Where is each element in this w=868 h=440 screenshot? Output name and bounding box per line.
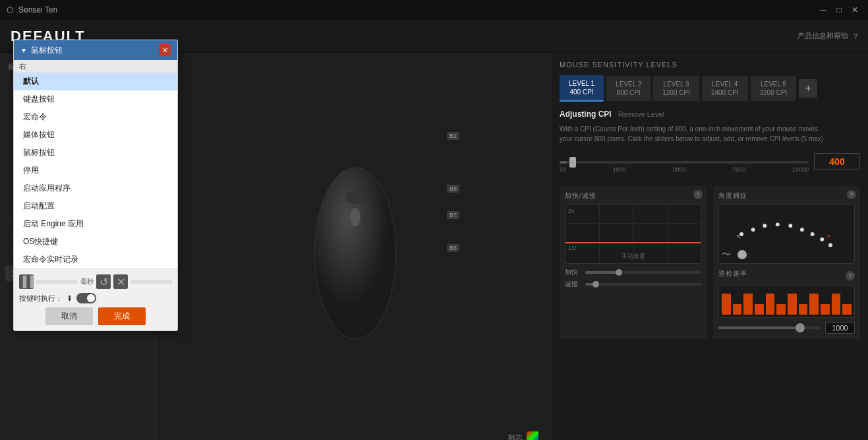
svg-point-11 [820, 237, 824, 241]
toggle-switch[interactable] [76, 293, 96, 303]
polling-track[interactable] [718, 327, 821, 329]
dropdown-item-media[interactable]: 媒体按钮 [14, 126, 177, 144]
done-button[interactable]: 完成 [98, 307, 146, 325]
b2-label: B2 [447, 132, 459, 140]
cpi-label-7500: 7500 [732, 166, 745, 173]
close-button[interactable]: ✕ [848, 3, 861, 16]
toggle-down-icon: ⬇ [67, 294, 72, 303]
angle-slider-thumb[interactable] [738, 250, 747, 259]
b7-label: B7 [447, 211, 459, 219]
cancel-button[interactable]: 取消 [45, 307, 93, 325]
polling-bars [719, 286, 854, 317]
loop-button[interactable]: ↺ [96, 274, 111, 289]
dropdown-item-launch-config[interactable]: 启动配置 [14, 197, 177, 215]
cpi-label-18000: 18000 [792, 166, 809, 173]
accel-fast-thumb[interactable] [616, 269, 622, 276]
dropdown-item-os-shortcut[interactable]: OS快捷键 [14, 233, 177, 251]
cpi-label-50: 50 [560, 166, 566, 173]
dropdown-item-disable[interactable]: 停用 [14, 162, 177, 179]
sub-sections: 加快/减慢 ? 2x 1/2 手动速度 加快 [560, 186, 860, 339]
cpi-tab-2[interactable]: LEVEL 2 800 CPI [606, 76, 651, 101]
dropdown-item-macro-record[interactable]: 宏命令实时记录 [14, 251, 177, 268]
accel-slow-thumb[interactable] [593, 281, 599, 288]
polling-help-icon[interactable]: ? [846, 271, 855, 280]
svg-point-6 [763, 224, 767, 228]
help-icon[interactable]: ? [854, 32, 857, 40]
right-panel: MOUSE SENSITIVITY LEVELS LEVEL 1 400 CPI… [552, 53, 868, 440]
b8-label: B8 [447, 185, 459, 193]
minimize-button[interactable]: ─ [817, 3, 830, 16]
accel-half-label: 1/2 [568, 245, 577, 251]
accel-slider-fast-row: 加快 [565, 268, 701, 277]
cpi-tab-1-level: LEVEL 1 [569, 79, 594, 88]
clear-button[interactable]: ✕ [113, 274, 128, 289]
svg-point-10 [811, 232, 815, 236]
dropdown-item-mouse[interactable]: 鼠标按钮 [14, 144, 177, 162]
svg-point-5 [751, 228, 755, 232]
cpi-slider-thumb[interactable] [569, 157, 576, 168]
accel-slow-track[interactable] [585, 283, 701, 286]
toggle-label: 按键时执行： [19, 294, 63, 303]
accel-slider-slow-row: 减慢 [565, 280, 701, 289]
dropdown-item-launch-app[interactable]: 启动应用程序 [14, 179, 177, 197]
cpi-value-display[interactable]: 400 [814, 153, 860, 170]
polling-bar-8 [799, 304, 808, 315]
titlebar-app-name: Sensei Ten [18, 5, 57, 15]
polling-bar-11 [832, 294, 841, 315]
polling-bar-6 [776, 304, 786, 315]
acceleration-section: 加快/减慢 ? 2x 1/2 手动速度 加快 [560, 186, 707, 339]
cpi-description: With a CPI (Counts Per Inch) setting of … [560, 124, 860, 144]
titlebar: ⬡ Sensei Ten ─ □ ✕ [0, 0, 868, 20]
remove-level-link[interactable]: Remove Level [618, 110, 664, 118]
cpi-tab-4-level: LEVEL 4 [711, 80, 739, 88]
wave-icon: 〜 [722, 249, 731, 261]
cpi-tab-2-level: LEVEL 2 [616, 80, 641, 88]
polling-bar-7 [788, 294, 797, 315]
polling-bar-1 [722, 294, 731, 315]
polling-thumb[interactable] [796, 323, 805, 332]
adjust-cpi-row: Adjusting CPI Remove Level [560, 110, 860, 119]
dropdown-close-button[interactable]: ✕ [159, 44, 171, 56]
accel-chart: 2x 1/2 手动速度 [565, 204, 701, 264]
cpi-tab-1[interactable]: LEVEL 1 400 CPI [560, 75, 604, 102]
angle-help-icon[interactable]: ? [847, 190, 856, 199]
cpi-tab-5[interactable]: LEVEL 5 3200 CPI [751, 76, 797, 101]
color-picker-button[interactable] [527, 431, 538, 440]
polling-title: 巡检速率 [718, 269, 747, 278]
polling-bar-5 [766, 294, 775, 315]
svg-point-7 [776, 222, 780, 226]
play-pause-button[interactable]: ▐▐ [19, 274, 34, 289]
accel-sliders: 加快 减慢 [565, 268, 701, 289]
dropdown-item-default[interactable]: 默认 [14, 73, 177, 90]
dropdown-overlay: ▼ 鼠标按钮 ✕ 右 默认 键盘按钮 宏命令 媒体按钮 鼠标按钮 停用 启动应用… [13, 40, 178, 331]
dropdown-item-launch-engine[interactable]: 启动 Engine 应用 [14, 215, 177, 233]
dropdown-arrow-icon: ▼ [20, 47, 27, 54]
accel-fast-track[interactable] [585, 271, 701, 274]
angle-chart: ↖ ↗ 〜 [718, 204, 855, 264]
app-header-right: 产品信息和帮助 ? [797, 31, 857, 41]
maximize-button[interactable]: □ [832, 3, 846, 16]
cpi-tab-4[interactable]: LEVEL 4 2400 CPI [702, 76, 748, 101]
dropdown-item-macro[interactable]: 宏命令 [14, 108, 177, 126]
cpi-add-button[interactable]: + [799, 79, 817, 98]
polling-bar-12 [842, 304, 852, 315]
dropdown-footer: ▐▐ 毫秒 ↺ ✕ 按键时执行： ⬇ 取消 完成 [14, 268, 177, 330]
polling-bar-2 [733, 304, 742, 315]
help-label[interactable]: 产品信息和帮助 [797, 31, 848, 41]
cpi-tab-3-value: 1200 CPI [662, 88, 690, 97]
cpi-tab-3[interactable]: LEVEL 3 1200 CPI [653, 76, 699, 101]
polling-chart [718, 285, 855, 318]
accel-fast-fill [585, 271, 620, 274]
cpi-slider-labels: 50 1000 2000 7500 18000 [560, 166, 809, 173]
angle-section: 角度捕捉 ? ↖ [713, 186, 860, 339]
polling-value-display[interactable]: 1000 [825, 322, 855, 334]
cpi-slider-track[interactable] [560, 161, 809, 164]
polling-bar-4 [755, 304, 764, 315]
cpi-label-1000: 1000 [613, 166, 626, 173]
dropdown-item-keyboard[interactable]: 键盘按钮 [14, 90, 177, 108]
accel-help-icon[interactable]: ? [693, 190, 703, 199]
titlebar-controls: ─ □ ✕ [817, 3, 861, 16]
toggle-row: 按键时执行： ⬇ [19, 293, 172, 303]
tag-label: 标志 [508, 433, 523, 441]
dropdown-header-title: 鼠标按钮 [31, 45, 63, 56]
